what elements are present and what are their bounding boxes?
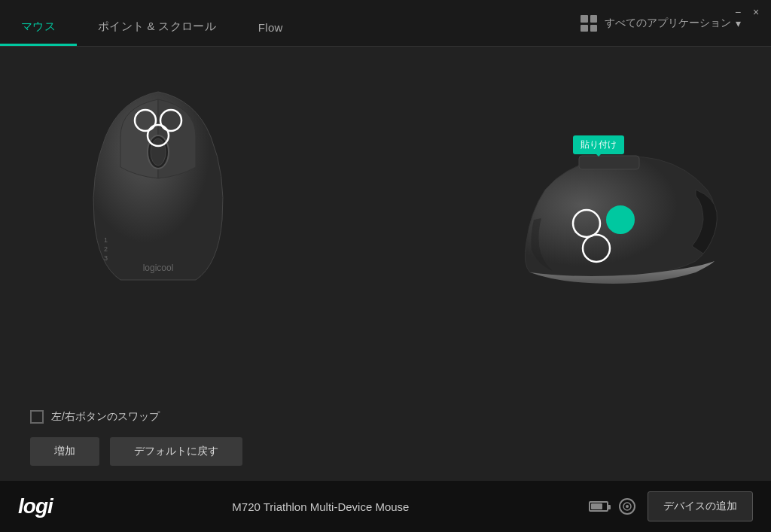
logi-logo: logi (18, 494, 53, 518)
mouse-front-image: 1 2 3 logicool (75, 69, 241, 310)
swap-buttons-label: 左/右ボタンのスワップ (51, 410, 160, 424)
connect-icon (619, 498, 635, 515)
apps-grid-icon[interactable] (581, 15, 597, 32)
tooltip-badge: 貼り付け (573, 135, 624, 154)
svg-point-11 (607, 206, 634, 233)
device-name: M720 Triathlon Multi-Device Mouse (53, 500, 589, 513)
main-content: 1 2 3 logicool (0, 47, 771, 481)
footer-icons (589, 498, 635, 515)
footer: logi M720 Triathlon Multi-Device Mouse デ… (0, 481, 771, 532)
add-button[interactable]: 増加 (30, 437, 99, 466)
mouse-container: 1 2 3 logicool (0, 47, 771, 398)
tab-mouse[interactable]: マウス (0, 9, 77, 46)
svg-text:3: 3 (104, 254, 108, 262)
swap-buttons-checkbox[interactable] (30, 410, 44, 424)
reset-button[interactable]: デフォルトに戻す (110, 437, 242, 466)
bottom-controls: 左/右ボタンのスワップ 増加 デフォルトに戻す (0, 398, 771, 481)
svg-point-14 (626, 505, 629, 508)
title-bar: − × (723, 0, 771, 24)
svg-rect-9 (579, 156, 639, 169)
mouse-side-image (515, 137, 726, 302)
svg-text:logicool: logicool (143, 263, 174, 273)
checkbox-row: 左/右ボタンのスワップ (30, 410, 741, 424)
svg-text:2: 2 (104, 245, 108, 253)
close-button[interactable]: × (750, 6, 762, 18)
mouse-display: 1 2 3 logicool (0, 47, 771, 398)
add-device-button[interactable]: デバイスの追加 (648, 491, 753, 521)
nav-tabs: マウス ポイント & スクロール Flow すべてのアプリケーション ▾ (0, 0, 771, 47)
minimize-button[interactable]: − (732, 6, 744, 18)
svg-point-1 (151, 138, 166, 166)
nav-right: すべてのアプリケーション ▾ (581, 0, 741, 47)
tab-flow[interactable]: Flow (237, 11, 304, 46)
btn-row: 増加 デフォルトに戻す (30, 437, 741, 466)
tab-point-scroll[interactable]: ポイント & スクロール (77, 9, 237, 46)
svg-text:1: 1 (104, 236, 108, 244)
battery-icon (589, 501, 608, 512)
apps-selector-label: すべてのアプリケーション (605, 17, 731, 30)
apps-selector[interactable]: すべてのアプリケーション ▾ (605, 17, 741, 30)
